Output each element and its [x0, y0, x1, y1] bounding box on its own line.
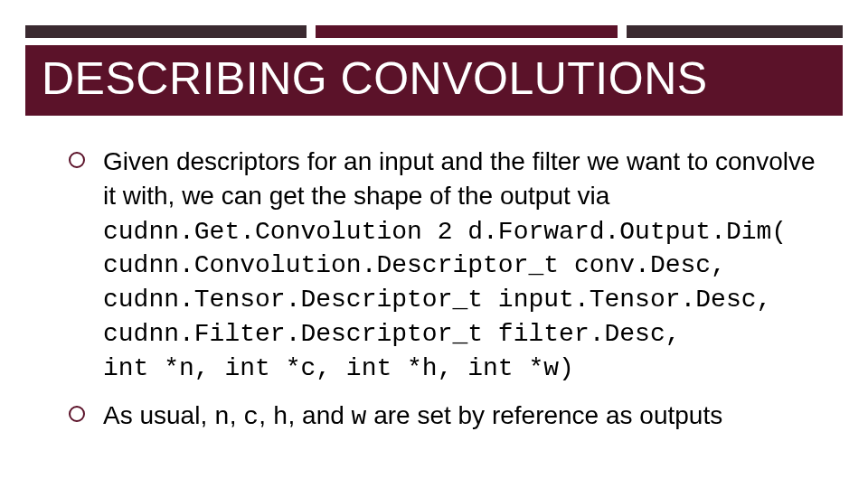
bullet-text: ,	[259, 401, 273, 429]
code-inline: h	[273, 403, 288, 431]
code-block: cudnn.Get.Convolution 2 d.Forward.Output…	[103, 215, 832, 386]
code-inline: w	[352, 403, 367, 431]
code-inline: n	[214, 403, 230, 431]
bullet-text: , and	[288, 401, 352, 429]
bullet-text: ,	[230, 401, 244, 429]
accent-segment	[25, 25, 307, 38]
bullet-text: As usual,	[103, 401, 214, 429]
bullet-text: Given descriptors for an input and the f…	[103, 147, 816, 210]
accent-segment	[627, 25, 843, 38]
title-bar: DESCRIBING CONVOLUTIONS	[25, 45, 843, 116]
slide-body: Given descriptors for an input and the f…	[63, 145, 832, 446]
slide-title: DESCRIBING CONVOLUTIONS	[42, 52, 826, 105]
accent-segment	[316, 25, 618, 38]
bullet-item: Given descriptors for an input and the f…	[63, 145, 832, 386]
bullet-text: are set by reference as outputs	[366, 401, 722, 429]
bullet-item: As usual, n, c, h, and w are set by refe…	[63, 399, 832, 435]
slide: DESCRIBING CONVOLUTIONS Given descriptor…	[0, 0, 868, 488]
accent-bar	[25, 25, 843, 38]
code-inline: c	[243, 403, 259, 431]
